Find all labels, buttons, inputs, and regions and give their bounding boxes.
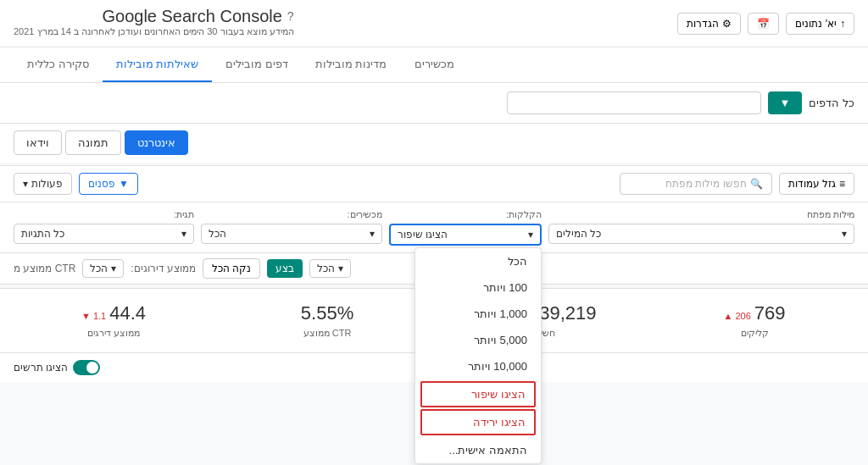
avg-pos-select[interactable]: ▾ הכל [309, 259, 351, 278]
keyword-search-box[interactable]: 🔍 חפשו מילות מפתח [620, 173, 772, 195]
position-value: 44.4 [109, 302, 146, 324]
export-icon: ↑ [840, 18, 845, 30]
tab-devices[interactable]: מכשירים [401, 47, 468, 82]
gear-icon: ⚙ [722, 18, 732, 30]
actions-button[interactable]: פעולות ▾ [14, 173, 72, 195]
ctr-label: CTR ממוצע [227, 328, 427, 339]
dropdown-item-1000[interactable]: 1,000 ויותר [415, 301, 541, 327]
keywords-col-label: מילות מפתח [548, 209, 854, 220]
calendar-icon: 📅 [757, 18, 770, 30]
stat-ctr: 5.55% CTR ממוצע [227, 302, 427, 339]
impressions-filter-select[interactable]: ▾ הכל [201, 224, 381, 244]
help-icon[interactable]: ? [287, 9, 294, 23]
dropdown-item-custom[interactable]: התאמה אישית... [415, 437, 541, 463]
avg-pos-chevron-icon: ▾ [338, 263, 343, 274]
export-button[interactable]: ↑ יא' נתונים [786, 13, 854, 35]
dropdown-item-all[interactable]: הכל [415, 248, 541, 274]
stat-position: 44.4 1.1 ▼ ממוצע דירגים [14, 302, 214, 339]
toggle-knob [86, 362, 98, 374]
add-columns-button[interactable]: ≡ גזל עמודות [779, 173, 854, 195]
stat-clicks: 769 206 ▲ קליקים [654, 302, 854, 339]
pages-search-input[interactable] [507, 91, 761, 114]
filter-row: ≡ גזל עמודות 🔍 חפשו מילות מפתח ▼ פסנים פ… [0, 165, 868, 202]
clear-button[interactable]: נקה הכל [203, 258, 260, 279]
position-label: ממוצע דירגים [14, 328, 214, 339]
pages-label: כל הדפים [809, 97, 854, 109]
calendar-button[interactable]: 📅 [748, 13, 779, 35]
position-chevron-icon: ▾ [181, 228, 186, 240]
type-video-button[interactable]: וידאו [14, 130, 62, 155]
dropdown-item-5000[interactable]: 5,000 ויותר [415, 327, 541, 353]
pages-selector-row: כל הדפים ▼ [0, 83, 868, 124]
dropdown-item-10000[interactable]: 10,000 ויותר [415, 353, 541, 379]
col-clicks: הקלקות: ▾ הציגו שיפור הכל 100 ויותר 1,00… [389, 209, 542, 246]
col-impressions: מכשירים: ▾ הכל [201, 209, 381, 244]
filter-left: ≡ גזל עמודות 🔍 חפשו מילות מפתח [620, 173, 854, 195]
clicks-chevron-icon: ▾ [528, 229, 533, 241]
dropdown-item-100[interactable]: 100 ויותר [415, 274, 541, 301]
type-internet-button[interactable]: אינטרנט [125, 130, 188, 155]
tab-countries[interactable]: מדינות מובילות [302, 47, 401, 82]
clicks-dropdown-menu: הכל 100 ויותר 1,000 ויותר 5,000 ויותר 10… [415, 247, 542, 464]
impressions-col-label: מכשירים: [201, 209, 381, 220]
clicks-label: קליקים [654, 328, 854, 339]
header-subtitle: המידע מוצא בעבור 30 הימים האחרונים ועודכ… [14, 26, 294, 41]
apply-button[interactable]: בצע [267, 259, 303, 278]
avg-ctr-select[interactable]: ▾ הכל [82, 259, 124, 278]
impressions-chevron-icon: ▾ [370, 228, 375, 240]
type-buttons-row: אינטרנט תמונה וידאו [0, 124, 868, 162]
chart-toggle[interactable] [73, 360, 100, 375]
actions-chevron-icon: ▾ [23, 178, 28, 190]
dropdown-item-show-drop[interactable]: הציגו ירידה [420, 409, 536, 435]
search-placeholder: חפשו מילות מפתח [665, 178, 747, 190]
position-delta: 1.1 ▼ [81, 311, 106, 321]
filter-right: ▼ פסנים פעולות ▾ [14, 173, 138, 195]
filter-chip[interactable]: ▼ פסנים [79, 173, 138, 195]
settings-button[interactable]: ⚙ הגדרות [677, 13, 741, 35]
filter-icon: ▼ [119, 178, 129, 190]
table-header: מילות מפתח ▾ כל המילים הקלקות: ▾ הציגו ש… [0, 202, 868, 253]
columns-icon: ≡ [839, 178, 845, 190]
keywords-chevron-icon: ▾ [842, 228, 847, 240]
clicks-filter-select[interactable]: ▾ הציגו שיפור [389, 224, 542, 246]
clicks-delta: 206 ▲ [723, 311, 750, 321]
clicks-col-label: הקלקות: [389, 209, 542, 220]
keywords-filter-select[interactable]: ▾ כל המילים [548, 224, 854, 244]
avg-ctr-label: ממוצע דירוגים: [131, 263, 196, 274]
header: ↑ יא' נתונים 📅 ⚙ הגדרות ? Google Search … [0, 0, 868, 47]
export-label: יא' נתונים [795, 18, 837, 30]
filter-chip-label: פסנים [88, 178, 115, 190]
tab-queries[interactable]: שאילתות מובילות [103, 47, 213, 82]
toggle-label: הציגו תרשים [14, 362, 68, 374]
avg-ctr-from-label: CTR ממוצע מ [14, 263, 75, 274]
ctr-value: 5.55% [301, 302, 353, 324]
actions-label: פעולות [31, 178, 63, 190]
tab-overview[interactable]: סקירה כללית [14, 47, 103, 82]
settings-label: הגדרות [687, 18, 719, 30]
avg-ctr-chevron-icon: ▾ [111, 263, 116, 274]
add-columns-label: גזל עמודות [788, 178, 836, 190]
nav-tabs: מכשירים מדינות מובילות דפים מובילים שאיל… [0, 47, 868, 83]
dropdown-item-show-improve[interactable]: הציגו שיפור [420, 381, 536, 407]
dropdown-arrow-icon: ▼ [780, 97, 791, 109]
tab-mobile-pages[interactable]: דפים מובילים [212, 47, 302, 82]
clicks-value: 769 [754, 302, 786, 324]
position-filter-select[interactable]: ▾ כל התגיות [14, 224, 194, 244]
header-left: ↑ יא' נתונים 📅 ⚙ הגדרות [677, 13, 854, 35]
type-image-button[interactable]: תמונה [65, 130, 121, 155]
app-title: ? Google Search Console [14, 7, 294, 26]
pages-dropdown[interactable]: ▼ [768, 91, 803, 114]
search-icon: 🔍 [750, 178, 763, 190]
header-right: ? Google Search Console המידע מוצא בעבור… [14, 7, 294, 41]
position-col-label: תגית: [14, 209, 194, 220]
col-keywords: מילות מפתח ▾ כל המילים [548, 209, 854, 244]
col-position: תגית: ▾ כל התגיות [14, 209, 194, 244]
